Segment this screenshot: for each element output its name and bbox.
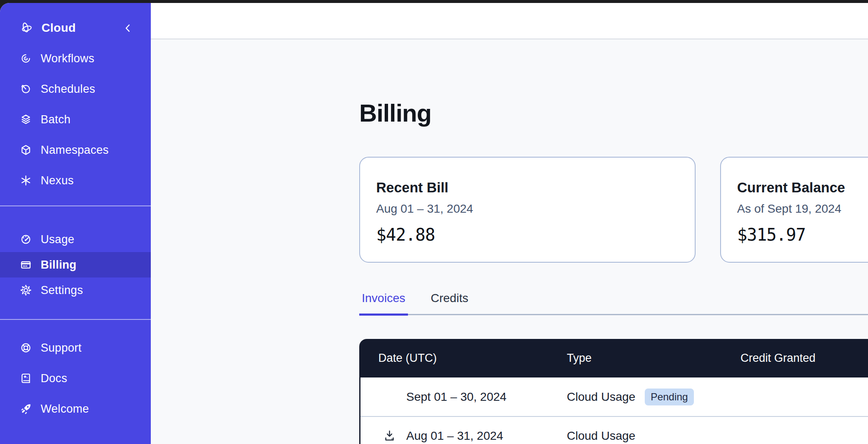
sidebar-brand-label: Cloud: [42, 21, 76, 35]
card-amount: $315.97: [737, 225, 868, 245]
page-title: Billing: [359, 98, 868, 128]
workflows-icon: [19, 52, 32, 65]
invoice-type-cell: Cloud Usage: [567, 429, 740, 443]
card-period: As of Sept 19, 2024: [737, 202, 868, 216]
billing-tabs: Invoices Credits: [359, 291, 868, 316]
sidebar-item-label: Usage: [41, 233, 75, 246]
download-invoice-icon[interactable]: [383, 429, 397, 443]
invoice-type: Cloud Usage: [567, 390, 635, 404]
current-balance-card: Current Balance As of Sept 19, 2024 $315…: [720, 157, 868, 263]
card-title: Recent Bill: [376, 179, 675, 196]
namespaces-icon: [19, 144, 32, 156]
sidebar: Cloud Workflows: [0, 3, 151, 444]
summary-cards: Recent Bill Aug 01 – 31, 2024 $42.88 Cur…: [359, 157, 868, 263]
invoice-date: Aug 01 – 31, 2024: [406, 429, 503, 443]
sidebar-item-support[interactable]: Support: [0, 333, 151, 363]
sidebar-item-label: Welcome: [41, 402, 89, 416]
main-area: Billing Recent Bill Aug 01 – 31, 2024 $4…: [151, 3, 868, 444]
welcome-rocket-icon: [19, 402, 32, 415]
invoice-type-cell: Cloud Usage Pending: [567, 388, 740, 405]
billing-icon: [19, 258, 32, 271]
nexus-icon: [19, 174, 32, 187]
sidebar-item-batch[interactable]: Batch: [0, 104, 151, 135]
sidebar-item-workflows[interactable]: Workflows: [0, 43, 151, 74]
table-header: Date (UTC) Type Credit Granted: [359, 339, 868, 377]
usage-icon: [19, 233, 32, 246]
settings-icon: [19, 284, 32, 297]
sidebar-item-welcome[interactable]: Welcome: [0, 394, 151, 424]
sidebar-item-label: Docs: [41, 372, 67, 385]
batch-icon: [19, 113, 32, 126]
topbar: [151, 3, 868, 39]
invoice-date-cell: Sept 01 – 30, 2024: [361, 390, 567, 404]
sidebar-item-namespaces[interactable]: Namespaces: [0, 135, 151, 165]
schedules-icon: [19, 83, 32, 95]
sidebar-item-label: Schedules: [41, 83, 95, 96]
table-row: Sept 01 – 30, 2024 Cloud Usage Pending: [361, 377, 868, 416]
tab-credits[interactable]: Credits: [428, 291, 471, 316]
temporal-logo-icon: [19, 21, 33, 35]
table-body: Sept 01 – 30, 2024 Cloud Usage Pending: [359, 377, 868, 444]
sidebar-item-settings[interactable]: Settings: [0, 278, 151, 303]
invoice-date-cell: Aug 01 – 31, 2024: [361, 429, 567, 443]
invoice-date: Sept 01 – 30, 2024: [406, 390, 507, 404]
support-icon: [19, 341, 32, 354]
column-header-credit-granted: Credit Granted: [740, 352, 868, 365]
sidebar-brand[interactable]: Cloud: [0, 13, 151, 43]
sidebar-item-label: Namespaces: [41, 144, 109, 157]
sidebar-item-label: Batch: [41, 113, 71, 126]
table-row: Aug 01 – 31, 2024 Cloud Usage: [361, 416, 868, 444]
invoice-type: Cloud Usage: [567, 429, 635, 443]
sidebar-item-label: Support: [41, 341, 82, 355]
card-title: Current Balance: [737, 179, 868, 196]
status-badge: Pending: [645, 388, 694, 405]
billing-page: Billing Recent Bill Aug 01 – 31, 2024 $4…: [151, 39, 868, 444]
sidebar-item-label: Settings: [41, 284, 83, 297]
card-period: Aug 01 – 31, 2024: [376, 202, 675, 216]
recent-bill-card: Recent Bill Aug 01 – 31, 2024 $42.88: [359, 157, 696, 263]
invoices-table: Date (UTC) Type Credit Granted Sept 01 –…: [359, 339, 868, 444]
sidebar-item-label: Workflows: [41, 52, 94, 65]
app-window: Cloud Workflows: [0, 3, 868, 444]
sidebar-item-docs[interactable]: Docs: [0, 363, 151, 394]
sidebar-item-label: Nexus: [41, 174, 74, 187]
sidebar-item-schedules[interactable]: Schedules: [0, 74, 151, 104]
column-header-date: Date (UTC): [359, 352, 567, 365]
sidebar-item-billing[interactable]: Billing: [0, 252, 151, 278]
download-icon-slot-empty: [383, 390, 397, 404]
column-header-type: Type: [567, 352, 740, 365]
card-amount: $42.88: [376, 225, 675, 245]
docs-icon: [19, 372, 32, 385]
tab-invoices[interactable]: Invoices: [359, 291, 408, 316]
sidebar-item-label: Billing: [41, 258, 77, 272]
sidebar-item-usage[interactable]: Usage: [0, 227, 151, 252]
sidebar-item-nexus[interactable]: Nexus: [0, 165, 151, 196]
chevron-left-icon[interactable]: [122, 22, 134, 34]
